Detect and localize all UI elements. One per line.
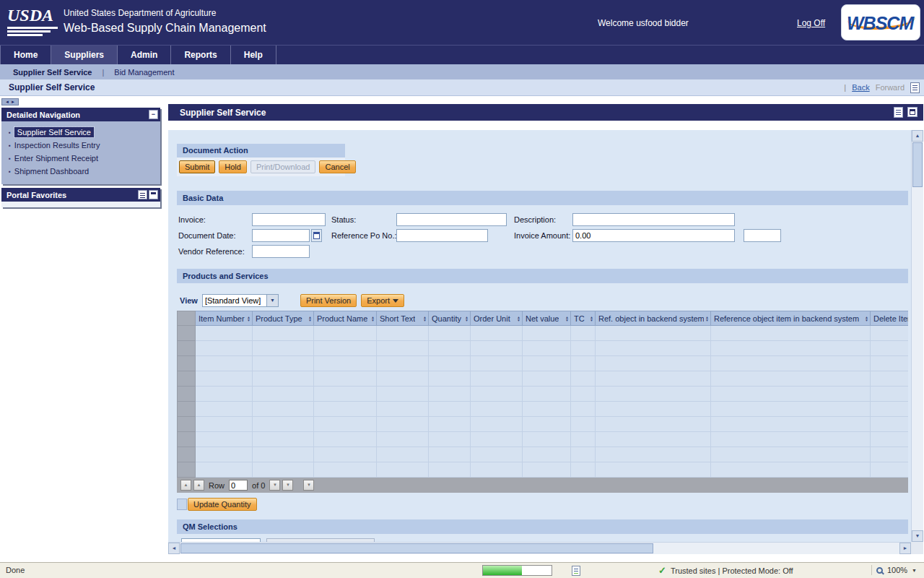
tab-home[interactable]: Home: [0, 46, 51, 65]
scroll-right-icon[interactable]: ►: [899, 543, 911, 554]
description-input[interactable]: [572, 213, 735, 226]
sidebar-collapse-control[interactable]: ◄ ►: [1, 98, 19, 105]
horizontal-scroll-thumb[interactable]: [180, 543, 653, 553]
iview-options-icon[interactable]: [894, 107, 903, 118]
pager-row-input[interactable]: [229, 480, 248, 491]
sort-icon[interactable]: [308, 316, 312, 322]
table-cell: [711, 326, 871, 341]
nav-item-enter-shipment-receipt[interactable]: ▪ Enter Shipment Receipt: [6, 152, 157, 165]
column-header-order-unit[interactable]: Order Unit: [471, 311, 523, 326]
column-header-short-text[interactable]: Short Text: [377, 311, 429, 326]
security-zone[interactable]: ✓ Trusted sites | Protected Mode: Off: [658, 565, 793, 576]
table-cell: [253, 402, 314, 417]
history-menu-icon[interactable]: [910, 82, 920, 93]
view-select[interactable]: [Standard View] ▼: [202, 294, 279, 307]
back-link[interactable]: Back: [852, 83, 869, 92]
document-date-input[interactable]: [252, 229, 310, 242]
column-label: Net value: [526, 314, 559, 323]
maximize-icon[interactable]: [907, 107, 918, 117]
log-off-link[interactable]: Log Off: [797, 18, 825, 28]
export-button[interactable]: Export: [361, 294, 404, 307]
tab-reports[interactable]: Reports: [171, 46, 230, 65]
sort-icon[interactable]: [465, 316, 468, 322]
table-cell: [314, 356, 377, 371]
subnav-supplier-self-service[interactable]: Supplier Self Service: [13, 68, 92, 77]
status-page-icon[interactable]: [572, 566, 580, 576]
sort-icon[interactable]: [865, 316, 868, 322]
table-cell: [377, 371, 429, 387]
pager-last-button[interactable]: ▼: [282, 480, 293, 491]
sort-icon[interactable]: [247, 316, 250, 322]
tab-admin[interactable]: Admin: [118, 46, 171, 65]
column-header-product-type[interactable]: Product Type: [253, 311, 314, 326]
sort-icon[interactable]: [423, 316, 427, 322]
tab-help[interactable]: Help: [231, 46, 276, 65]
sort-icon[interactable]: [565, 316, 569, 322]
vertical-scrollbar[interactable]: ▲ ▼: [911, 130, 923, 542]
column-header-delete-item[interactable]: Delete Item: [871, 311, 909, 326]
table-cell: [471, 462, 523, 478]
table-cell: [523, 402, 571, 417]
sort-icon[interactable]: [371, 316, 375, 322]
forward-link[interactable]: Forward: [876, 83, 905, 92]
favorites-menu-icon[interactable]: [138, 190, 147, 199]
column-header-item-number[interactable]: Item Number: [196, 311, 253, 326]
sort-icon[interactable]: [590, 316, 593, 322]
column-header-net-value[interactable]: Net value: [523, 311, 571, 326]
print-version-button[interactable]: Print Version: [300, 294, 357, 307]
hold-button[interactable]: Hold: [219, 160, 247, 173]
reference-po-input[interactable]: [396, 229, 488, 242]
column-header-product-name[interactable]: Product Name: [314, 311, 377, 326]
column-header-reference-object-item[interactable]: Reference object item in backend system: [711, 311, 871, 326]
nav-item-supplier-self-service[interactable]: ▪ Supplier Self Service: [6, 126, 157, 139]
basic-data-form: Invoice: Status: Description: Document D…: [177, 213, 908, 258]
detailed-navigation-header: Detailed Navigation −: [1, 108, 160, 121]
currency-input[interactable]: [744, 229, 781, 242]
check-icon: ✓: [658, 565, 666, 576]
tab-suppliers[interactable]: Suppliers: [51, 46, 118, 65]
pager-end-button[interactable]: ▼: [303, 480, 314, 491]
vendor-reference-input[interactable]: [252, 245, 310, 258]
banner-titles: United States Department of Agriculture …: [64, 8, 266, 35]
table-cell: [471, 387, 523, 402]
pager-first-button[interactable]: ▲: [180, 480, 191, 491]
sort-icon[interactable]: [517, 316, 520, 322]
nav-item-inspection-results-entry[interactable]: ▪ Inspection Results Entry: [6, 139, 157, 152]
chevron-down-icon[interactable]: ▼: [266, 295, 278, 306]
vertical-scroll-thumb[interactable]: [912, 142, 923, 187]
table-cell: [314, 371, 377, 387]
calendar-icon[interactable]: [311, 229, 322, 242]
sort-icon[interactable]: [705, 316, 709, 322]
table-cell: [523, 356, 571, 371]
invoice-amount-input[interactable]: [572, 229, 735, 242]
table-cell: [711, 402, 871, 417]
scroll-up-icon[interactable]: ▲: [912, 130, 923, 142]
nav-item-shipment-dashboard[interactable]: ▪ Shipment Dashboard: [6, 165, 157, 178]
pager-next-button[interactable]: ▼: [269, 480, 280, 491]
nav-item-label: Enter Shipment Receipt: [14, 154, 98, 163]
scroll-down-icon[interactable]: ▼: [912, 530, 923, 542]
subnav-bid-management[interactable]: Bid Management: [114, 68, 174, 77]
table-cell: [711, 387, 871, 402]
page-body: ◄ ► Detailed Navigation − ▪ Supplier Sel…: [0, 96, 924, 562]
row-selector-cell: [178, 387, 196, 402]
column-header-tc[interactable]: TC: [571, 311, 596, 326]
update-quantity-button[interactable]: Update Quantity: [188, 498, 257, 511]
minimize-panel-icon[interactable]: [149, 190, 158, 199]
scroll-left-icon[interactable]: ◄: [168, 543, 180, 554]
table-cell: [711, 341, 871, 356]
table-cell: [429, 326, 471, 341]
column-header-quantity[interactable]: Quantity: [429, 311, 471, 326]
horizontal-scrollbar[interactable]: ◄ ►: [168, 542, 911, 554]
minimize-panel-icon[interactable]: −: [149, 110, 158, 119]
table-row: [178, 447, 909, 462]
cancel-button[interactable]: Cancel: [319, 160, 355, 173]
pager-prev-button[interactable]: ▲: [193, 480, 204, 491]
submit-button[interactable]: Submit: [179, 160, 215, 173]
status-input[interactable]: [396, 213, 507, 226]
column-label: Ref. object in backend system: [598, 314, 704, 323]
portal-favorites-title: Portal Favorites: [6, 191, 66, 199]
zoom-control[interactable]: 100% ▼: [871, 565, 917, 575]
invoice-input[interactable]: [252, 213, 326, 226]
column-header-ref-object[interactable]: Ref. object in backend system: [596, 311, 711, 326]
